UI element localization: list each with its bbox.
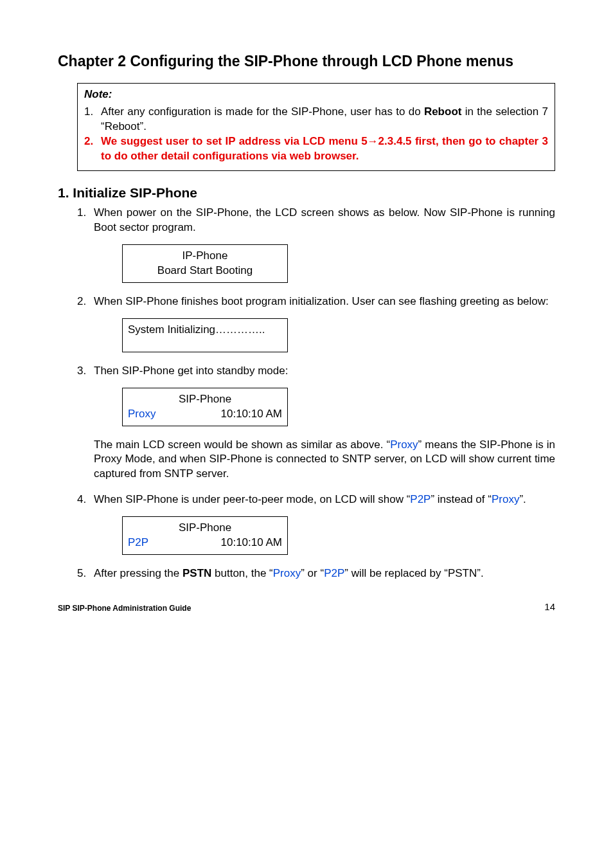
text: The main LCD screen would be shown as si… bbox=[94, 439, 390, 451]
note-item-text: After any configuration is made for the … bbox=[101, 105, 548, 134]
list-item: 5. After pressing the PSTN button, the “… bbox=[77, 566, 555, 581]
step-paragraph: The main LCD screen would be shown as si… bbox=[94, 438, 555, 482]
lcd-display: SIP-Phone Proxy 10:10:10 AM bbox=[122, 388, 288, 426]
step-number: 5. bbox=[77, 566, 94, 581]
text-blue: Proxy bbox=[273, 567, 301, 579]
lcd-row: Proxy 10:10:10 AM bbox=[128, 407, 282, 422]
text: After pressing the bbox=[94, 567, 182, 579]
section-title: 1. Initialize SIP-Phone bbox=[58, 184, 555, 202]
text: ”. bbox=[519, 493, 526, 505]
lcd-mode-label: P2P bbox=[128, 536, 148, 550]
lcd-line: System Initializing………….. bbox=[128, 323, 282, 338]
note-text-bold: Reboot bbox=[424, 105, 462, 118]
lcd-display: SIP-Phone P2P 10:10:10 AM bbox=[122, 516, 288, 555]
step-number: 1. bbox=[77, 206, 94, 235]
note-item-number: 2. bbox=[84, 134, 101, 164]
steps-list: 2. When SIP-Phone finishes boot program … bbox=[77, 294, 555, 309]
step-number: 4. bbox=[77, 493, 94, 507]
chapter-title: Chapter 2 Configuring the SIP-Phone thro… bbox=[58, 51, 555, 71]
lcd-line: IP-Phone bbox=[128, 249, 282, 264]
text: ” instead of “ bbox=[431, 493, 492, 505]
note-item-text: We suggest user to set IP address via LC… bbox=[101, 134, 548, 164]
lcd-display: IP-Phone Board Start Booting bbox=[122, 244, 288, 283]
lcd-line: SIP-Phone bbox=[128, 521, 282, 536]
text-blue: P2P bbox=[410, 493, 431, 505]
text-blue: P2P bbox=[324, 567, 344, 579]
text-blue: Proxy bbox=[390, 439, 418, 451]
steps-list: 1. When power on the SIP-Phone, the LCD … bbox=[77, 206, 555, 235]
lcd-mode-label: Proxy bbox=[128, 407, 155, 422]
note-item: 2. We suggest user to set IP address via… bbox=[84, 134, 548, 164]
lcd-line: SIP-Phone bbox=[128, 392, 282, 407]
text: ” will be replaced by “PSTN”. bbox=[344, 567, 483, 579]
list-item: 2. When SIP-Phone finishes boot program … bbox=[77, 294, 555, 309]
step-number: 2. bbox=[77, 294, 94, 309]
page-number: 14 bbox=[544, 601, 555, 613]
list-item: 4. When SIP-Phone is under peer-to-peer … bbox=[77, 493, 555, 507]
step-text: When power on the SIP-Phone, the LCD scr… bbox=[94, 206, 555, 235]
lcd-time: 10:10:10 AM bbox=[221, 407, 282, 422]
note-box: Note: 1. After any configuration is made… bbox=[77, 83, 555, 171]
step-text: After pressing the PSTN button, the “Pro… bbox=[94, 566, 555, 581]
step-text: Then SIP-Phone get into standby mode: bbox=[94, 364, 555, 379]
lcd-row: P2P 10:10:10 AM bbox=[128, 536, 282, 550]
steps-list: 4. When SIP-Phone is under peer-to-peer … bbox=[77, 493, 555, 507]
list-item: 3. Then SIP-Phone get into standby mode: bbox=[77, 364, 555, 379]
note-item-number: 1. bbox=[84, 105, 101, 134]
lcd-line: Board Start Booting bbox=[128, 264, 282, 278]
note-title: Note: bbox=[84, 87, 548, 102]
step-text: When SIP-Phone is under peer-to-peer mod… bbox=[94, 493, 555, 507]
page-footer: SIP SIP-Phone Administration Guide 14 bbox=[58, 601, 555, 613]
step-number: 3. bbox=[77, 364, 94, 379]
note-item: 1. After any configuration is made for t… bbox=[84, 105, 548, 134]
text-bold: PSTN bbox=[182, 567, 211, 579]
steps-list: 5. After pressing the PSTN button, the “… bbox=[77, 566, 555, 581]
text: When SIP-Phone is under peer-to-peer mod… bbox=[94, 493, 410, 505]
footer-doc-title: SIP SIP-Phone Administration Guide bbox=[58, 603, 191, 613]
list-item: 1. When power on the SIP-Phone, the LCD … bbox=[77, 206, 555, 235]
note-text-pre: After any configuration is made for the … bbox=[101, 105, 424, 118]
lcd-display: System Initializing………….. bbox=[122, 318, 288, 352]
text: ” or “ bbox=[301, 567, 324, 579]
text: button, the “ bbox=[211, 567, 272, 579]
steps-list: 3. Then SIP-Phone get into standby mode: bbox=[77, 364, 555, 379]
step-text: When SIP-Phone finishes boot program ini… bbox=[94, 294, 555, 309]
lcd-time: 10:10:10 AM bbox=[221, 536, 282, 550]
text-blue: Proxy bbox=[492, 493, 519, 505]
